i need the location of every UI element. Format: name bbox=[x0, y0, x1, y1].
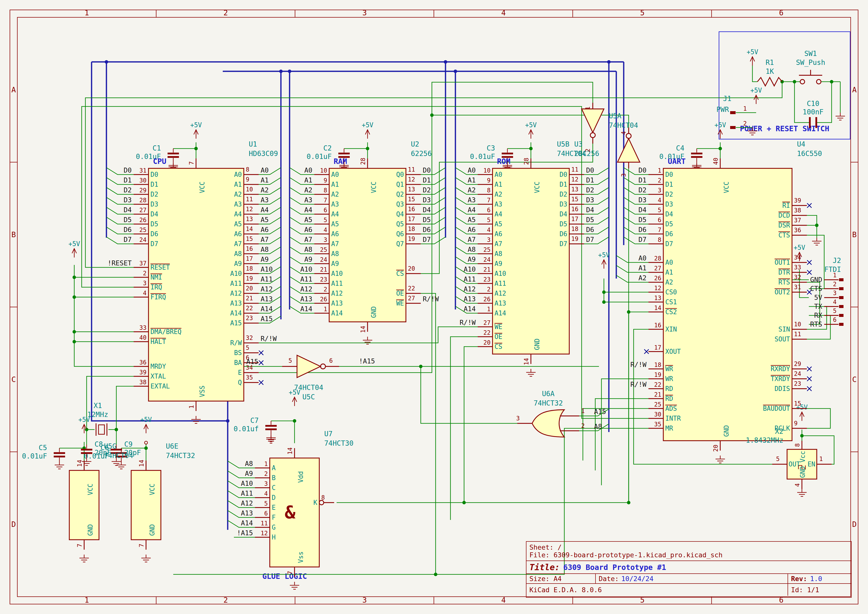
pin-name: D6 bbox=[150, 230, 158, 238]
chip-value: 62256 bbox=[411, 150, 432, 158]
net-label: D5 bbox=[586, 216, 594, 223]
gate-value: 74HCT32 bbox=[534, 399, 563, 407]
pin-name: RTS bbox=[810, 320, 822, 328]
pin-number: 35 bbox=[654, 421, 661, 428]
net-label: D0 bbox=[638, 166, 646, 174]
net-label: A3 bbox=[468, 196, 476, 204]
pin-name: D7 bbox=[665, 240, 673, 248]
resistor-R1[interactable] bbox=[757, 78, 782, 86]
pin-number: 26 bbox=[654, 275, 661, 282]
ic-U1[interactable]: CPUU1HD63C097VCC1VSS31D0D030D1D129D2D228… bbox=[107, 140, 281, 411]
pin-number: 10 bbox=[320, 167, 327, 174]
pin-name: RTS bbox=[778, 279, 790, 286]
pin-number: 5 bbox=[487, 217, 491, 223]
cap-ref: C9 bbox=[124, 440, 133, 448]
pin-number: 5 bbox=[324, 217, 327, 223]
switch-SW1[interactable] bbox=[799, 70, 822, 84]
pin-number: 14 bbox=[287, 447, 293, 454]
grid-col-label: 5 bbox=[640, 8, 645, 17]
pin-number: 7 bbox=[487, 197, 491, 204]
power-net-label: +5V bbox=[525, 121, 537, 129]
ic-U2[interactable]: RAMU26225628VCC14GND10A0A09A1A18A2A27A3A… bbox=[290, 140, 445, 333]
net-label: A5 bbox=[304, 216, 312, 223]
ic-U4[interactable]: UARTU416C55040VCC20GND1D0D02D1D13D2D24D3… bbox=[616, 140, 822, 452]
pin-number: 26 bbox=[320, 296, 327, 303]
oscillator-X2[interactable] bbox=[772, 441, 832, 489]
power-net-label: +5V bbox=[794, 244, 805, 251]
pin-name: GND bbox=[799, 466, 806, 478]
net-label: A1 bbox=[468, 176, 476, 184]
power-5v-symbol bbox=[750, 57, 755, 66]
no-connect-icon bbox=[644, 349, 649, 354]
capacitor[interactable] bbox=[265, 421, 277, 434]
gate-U6A[interactable] bbox=[517, 410, 579, 437]
pin-number: 29 bbox=[794, 360, 801, 367]
pin-name: A13 bbox=[331, 299, 343, 307]
pin-name: A0 bbox=[494, 171, 502, 178]
chip-ref: U5G bbox=[104, 442, 116, 450]
net-label: R/!W bbox=[423, 295, 439, 303]
junction-dot bbox=[73, 340, 76, 343]
pin-name: F bbox=[272, 514, 276, 521]
net-label: R/!W bbox=[630, 380, 647, 388]
pin-name: D4 bbox=[560, 211, 567, 218]
pin-name: OUT bbox=[789, 460, 800, 468]
pin-name: H bbox=[272, 533, 276, 541]
capacitor[interactable] bbox=[54, 448, 65, 462]
pin-number: 19 bbox=[571, 236, 578, 242]
connector-value: PWR bbox=[716, 105, 729, 114]
gnd-symbol bbox=[526, 369, 536, 376]
power-5v-symbol bbox=[718, 130, 722, 139]
net-label: A14 bbox=[463, 305, 476, 313]
pin-number: 12 bbox=[654, 285, 661, 291]
osc-value: 1.8432MHz bbox=[746, 436, 783, 444]
pin-number: 31 bbox=[794, 284, 801, 291]
wire bbox=[108, 386, 134, 429]
net-label: A1 bbox=[260, 176, 269, 184]
ic-U6E[interactable]: U6E74HCT3214VCC7GND bbox=[131, 442, 195, 550]
net-label: A10 bbox=[300, 265, 312, 273]
pin-number: 3 bbox=[143, 280, 147, 287]
junction-dot bbox=[226, 419, 229, 423]
power-net-label: +5V bbox=[750, 87, 762, 94]
pin-name: GND bbox=[723, 425, 730, 437]
connector-J1[interactable] bbox=[730, 111, 736, 129]
pin-name: A11 bbox=[331, 280, 343, 287]
pin-number: 8 bbox=[321, 494, 325, 501]
net-label: D0 bbox=[423, 166, 431, 174]
net-label: D6 bbox=[586, 226, 594, 234]
net-label: A11 bbox=[260, 275, 273, 283]
crystal-value: 12MHz bbox=[87, 411, 108, 419]
power-net-label: +5V bbox=[140, 416, 152, 423]
pin-number: 30 bbox=[140, 177, 147, 184]
pin-number: 5 bbox=[288, 357, 292, 364]
net-label: D7 bbox=[586, 236, 594, 243]
ic-U3[interactable]: ROMU328C25628VCC14GND10A0A09A1A18A2A27A3… bbox=[456, 140, 609, 365]
no-connect-icon bbox=[259, 360, 264, 365]
power-net-label: +5V bbox=[68, 240, 80, 248]
pin-number: 11 bbox=[246, 196, 253, 203]
gnd-symbol bbox=[716, 456, 725, 463]
ic-U7[interactable]: &U774HCT3014Vdd7Vss1AA82BA93CA104DA115EA… bbox=[228, 430, 353, 577]
wire bbox=[421, 366, 517, 423]
pin-number: 11 bbox=[260, 520, 268, 527]
schematic-canvas[interactable]: 112233445566AABBCCDDPOWER + RESET SWITCH… bbox=[0, 0, 868, 614]
junction-dot bbox=[627, 501, 630, 504]
pin-number: 25 bbox=[140, 226, 147, 234]
capacitor[interactable] bbox=[167, 149, 179, 162]
pin-name: A10 bbox=[331, 270, 343, 277]
wire bbox=[74, 265, 134, 366]
pin-name: D5 bbox=[150, 220, 158, 228]
net-label: D4 bbox=[586, 206, 594, 214]
crystal-x1[interactable] bbox=[96, 423, 107, 436]
rev-value: 1.0 bbox=[810, 575, 822, 583]
net-label: A15 bbox=[260, 315, 273, 323]
power-flag-circle bbox=[144, 441, 147, 444]
net-label: D7 bbox=[124, 236, 132, 243]
cap-ref: C2 bbox=[323, 144, 332, 152]
pin-number: 1 bbox=[819, 456, 823, 462]
pin-number: 14 bbox=[138, 460, 145, 467]
capacitor[interactable] bbox=[691, 149, 702, 162]
pin-number: 17 bbox=[654, 344, 661, 351]
junction-dot bbox=[85, 428, 88, 431]
